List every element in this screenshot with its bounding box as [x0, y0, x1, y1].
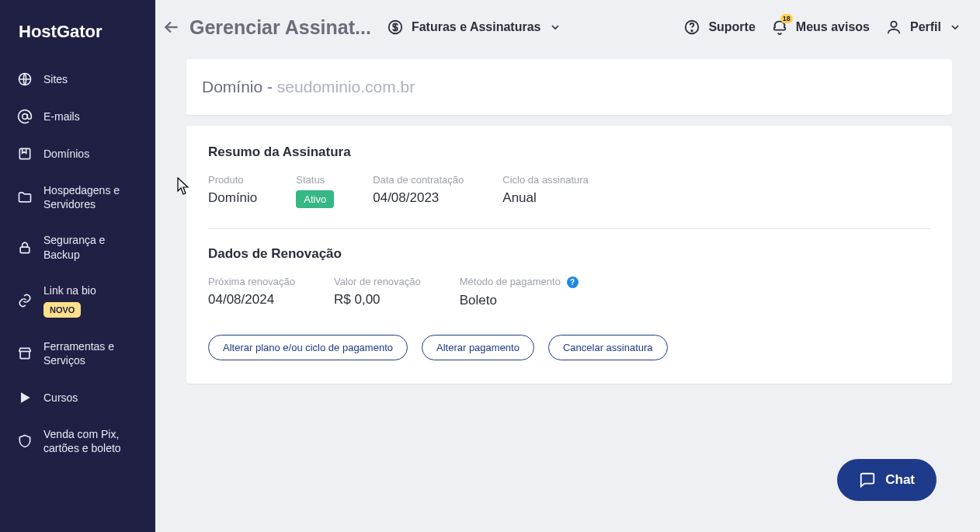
- domain-name: seudominio.com.br: [277, 78, 415, 96]
- sidebar-item-label: E-mails: [43, 110, 80, 123]
- cycle-label: Ciclo da assinatura: [502, 174, 589, 186]
- back-icon[interactable]: [162, 17, 182, 37]
- chat-button[interactable]: Chat: [837, 459, 937, 501]
- notices-badge: 18: [780, 14, 793, 23]
- sidebar-item-sites[interactable]: Sites: [0, 61, 155, 98]
- help-icon: [683, 19, 700, 36]
- sidebar-item-linkbio[interactable]: Link na bio NOVO: [0, 273, 155, 329]
- cycle-value: Anual: [502, 190, 589, 206]
- svg-point-1: [23, 114, 28, 120]
- header-profile-label: Perfil: [910, 20, 941, 34]
- next-renewal-label: Próxima renovação: [208, 276, 295, 287]
- store-icon: [17, 346, 33, 361]
- product-value: Domínio: [208, 190, 257, 206]
- renewal-amount-label: Valor de renovação: [334, 276, 421, 287]
- brand-logo: HostGator: [0, 22, 155, 61]
- at-icon: [17, 109, 33, 124]
- domain-title-card: Domínio - seudominio.com.br: [186, 59, 952, 115]
- cancel-subscription-button[interactable]: Cancelar assinatura: [548, 335, 668, 360]
- subscription-card: Resumo da Assinatura Produto Domínio Sta…: [186, 126, 952, 384]
- sidebar-item-emails[interactable]: E-mails: [0, 98, 155, 135]
- lock-icon: [17, 240, 33, 256]
- chevron-down-icon: [949, 21, 961, 33]
- sidebar-item-label: Ferramentas e Serviços: [43, 339, 143, 367]
- play-icon: [17, 390, 33, 405]
- info-icon[interactable]: ?: [567, 276, 579, 288]
- sidebar-item-payments[interactable]: Venda com Pix, cartões e boleto: [0, 416, 155, 466]
- folder-icon: [17, 190, 33, 205]
- hire-date-label: Data de contratação: [373, 174, 464, 186]
- renewal-amount-value: R$ 0,00: [334, 292, 421, 308]
- svg-point-6: [692, 30, 693, 31]
- svg-point-7: [891, 22, 896, 27]
- domain-prefix: Domínio -: [202, 78, 277, 96]
- dollar-icon: [387, 19, 404, 36]
- sidebar-item-label: Venda com Pix, cartões e boleto: [43, 427, 143, 455]
- sidebar-item-label: Segurança e Backup: [43, 233, 143, 261]
- sidebar-item-label: Domínios: [43, 147, 89, 161]
- chat-label: Chat: [885, 472, 915, 488]
- chevron-down-icon: [549, 21, 561, 33]
- header-billing-label: Faturas e Assinaturas: [412, 20, 541, 34]
- bell-icon: 18: [771, 19, 788, 36]
- header-support[interactable]: Suporte: [683, 19, 755, 36]
- header: Gerenciar Assinat... Faturas e Assinatur…: [155, 0, 980, 54]
- change-payment-button[interactable]: Alterar pagamento: [422, 335, 534, 360]
- svg-rect-3: [20, 247, 30, 253]
- header-profile[interactable]: Perfil: [885, 19, 961, 36]
- renewal-title: Dados de Renovação: [208, 246, 930, 262]
- header-billing[interactable]: Faturas e Assinaturas: [387, 19, 561, 36]
- shield-icon: [17, 433, 33, 449]
- divider: [208, 228, 930, 229]
- payment-method-label: Método de pagamento ?: [460, 276, 579, 288]
- sidebar-item-label: Cursos: [43, 391, 78, 405]
- sidebar: HostGator Sites E-mails Domínios Hospeda…: [0, 0, 155, 532]
- header-support-label: Suporte: [708, 20, 755, 34]
- header-notices[interactable]: 18 Meus avisos: [771, 19, 870, 36]
- payment-method-value: Boleto: [460, 293, 579, 308]
- sidebar-item-security[interactable]: Segurança e Backup: [0, 222, 155, 272]
- product-label: Produto: [208, 174, 257, 186]
- header-notices-label: Meus avisos: [796, 20, 870, 34]
- next-renewal-value: 04/08/2024: [208, 292, 295, 308]
- globe-icon: [17, 71, 33, 87]
- summary-title: Resumo da Assinatura: [208, 144, 930, 160]
- user-icon: [885, 19, 902, 36]
- change-plan-button[interactable]: Alterar plano e/ou ciclo de pagamento: [208, 335, 408, 360]
- svg-rect-2: [19, 148, 30, 158]
- status-badge: Ativo: [296, 190, 334, 208]
- link-icon: [17, 293, 33, 308]
- chat-icon: [859, 471, 876, 489]
- sidebar-item-domains[interactable]: Domínios: [0, 135, 155, 172]
- status-label: Status: [296, 174, 334, 186]
- sidebar-item-label: Link na bio: [43, 283, 96, 297]
- sidebar-item-courses[interactable]: Cursos: [0, 379, 155, 416]
- bookmark-icon: [17, 146, 33, 162]
- sidebar-item-label: Hospedagens e Servidores: [43, 183, 143, 211]
- sidebar-item-tools[interactable]: Ferramentas e Serviços: [0, 329, 155, 378]
- new-badge: NOVO: [43, 302, 81, 318]
- hire-date-value: 04/08/2023: [373, 190, 464, 206]
- page-title: Gerenciar Assinat...: [189, 16, 371, 39]
- sidebar-item-hosting[interactable]: Hospedagens e Servidores: [0, 172, 155, 222]
- sidebar-item-label: Sites: [43, 72, 68, 86]
